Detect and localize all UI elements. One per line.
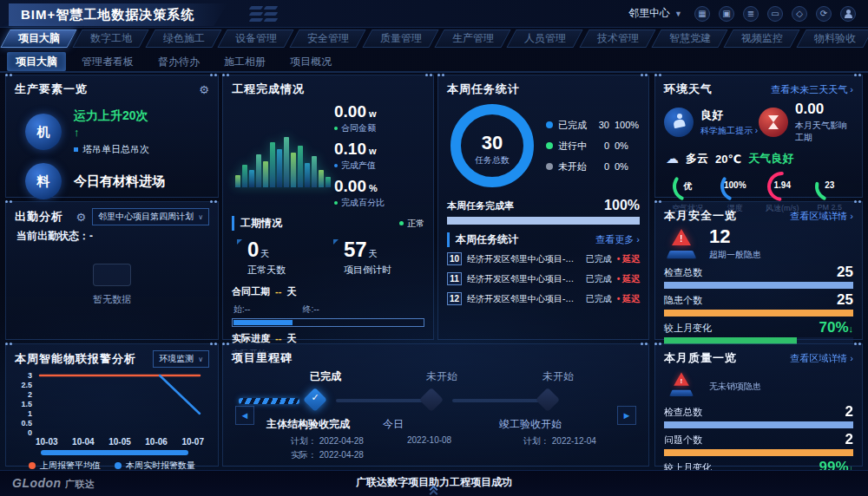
alarm-chart-svg	[36, 371, 204, 437]
attendance-plan-dropdown[interactable]: 邻里中心项目第四周计划 ∨	[92, 208, 209, 225]
hourglass-icon	[759, 108, 788, 137]
app-title: BIM+智慧工地数据决策系统	[9, 3, 227, 26]
apps-icon[interactable]: ▦	[694, 6, 710, 22]
task-row[interactable]: 11 经济开发区邻里中心项目-地下一层-施工... 已完成 • 延迟	[447, 272, 640, 285]
header-decoration	[250, 6, 277, 22]
milestone-item: 未开始 竣工验收开始 计划： 2022-12-04	[494, 369, 610, 461]
three-day-weather-link[interactable]: 查看未来三天天气 ›	[771, 83, 853, 96]
nav-tab-equipment[interactable]: 设备管理	[217, 29, 293, 48]
nav-tab-digital-site[interactable]: 数字工地	[73, 29, 149, 48]
panel-title: 工程完成情况	[232, 82, 305, 97]
document-icon[interactable]: ≣	[743, 6, 759, 22]
nav-tab-video-monitor[interactable]: 视频监控	[724, 29, 800, 48]
panel-monthly-quality: 本月质量一览 查看区域详情 › ! 无未销项隐患 检查总数2 问题个数2 较上月…	[654, 343, 863, 467]
nav-tab-personnel[interactable]: 人员管理	[507, 29, 583, 48]
delay-badge: • 延迟	[617, 293, 640, 305]
weather-impact-card: 0.00 本月天气影响工期	[759, 101, 853, 144]
x-axis-ticks: 10-0310-04 10-0510-06 10-07	[36, 437, 204, 447]
shirt-icon[interactable]: ◇	[792, 6, 807, 22]
panel-title: 环境天气	[664, 82, 713, 97]
panel-weather: 环境天气 查看未来三天天气 › 良好 科学施工提示 › 0.00 本月天气影响工…	[654, 75, 863, 198]
chart-scrollbar[interactable]	[41, 450, 188, 455]
subtab-todo[interactable]: 督办待办	[149, 52, 208, 71]
delay-badge: • 延迟	[617, 253, 640, 265]
warning-icon: !	[667, 373, 695, 398]
nav-tab-project-brain[interactable]: 项目大脑	[0, 29, 76, 48]
task-row[interactable]: 12 经济开发区邻里中心项目-第3层-施工段A 已完成 • 延迟	[447, 292, 640, 305]
panel-title: 本月安全一览	[664, 208, 737, 224]
overdue-hazard-count: 12	[709, 227, 761, 246]
delay-badge: • 延迟	[617, 273, 640, 285]
task-total-label: 任务总数	[447, 154, 537, 166]
panel-milestones: 项目里程碑 ◄ ► 已完成 主体结构验收完成 计划： 2022-04-28 实际…	[222, 343, 649, 467]
main-nav: 项目大脑 数字工地 绿色施工 设备管理 安全管理 质量管理 生产管理 人员管理 …	[0, 28, 868, 50]
nav-tab-technology[interactable]: 技术管理	[579, 29, 655, 48]
monitor-icon[interactable]: ▣	[719, 6, 734, 22]
material-status-text: 今日有材料进场	[74, 173, 165, 190]
schedule-section-title: 工期情况	[240, 216, 282, 231]
production-item-crane: 机 运力上升20次 ↑ 塔吊单日总吊次	[15, 101, 209, 163]
subtab-project-overview[interactable]: 项目概况	[281, 52, 340, 71]
cloud-icon: ☁	[666, 151, 679, 166]
gear-icon[interactable]: ⚙	[76, 211, 86, 224]
sub-nav: 项目大脑 管理者看板 督办待办 施工相册 项目概况	[0, 52, 868, 73]
arrow-up-icon: ↑	[74, 126, 149, 139]
gear-icon[interactable]: ⚙	[199, 83, 209, 96]
nav-tab-quality[interactable]: 质量管理	[362, 29, 438, 48]
panel-title: 本月质量一览	[664, 350, 737, 366]
quality-issues-row: 问题个数2	[664, 432, 853, 447]
panel-iot-alarm: 本周智能物联报警分析 环境监测 ∨ 32.5 21.5 10.5 0 10-03…	[5, 343, 219, 467]
project-selector[interactable]: 邻里中心 ▼	[628, 6, 682, 21]
arrow-down-icon: ↓	[849, 323, 854, 334]
chevron-down-icon: ∨	[198, 356, 203, 363]
empty-icon	[93, 264, 131, 286]
view-more-link[interactable]: 查看更多 ›	[595, 233, 640, 246]
panel-title: 本周智能物联报警分析	[15, 351, 136, 367]
subtab-project-brain[interactable]: 项目大脑	[7, 52, 66, 71]
chevron-up-icon[interactable]	[430, 486, 438, 495]
nav-tab-material-check[interactable]: 物料验收	[796, 29, 868, 48]
milestone-node-icon	[419, 388, 444, 412]
overdue-hazard-label: 超期一般隐患	[709, 249, 761, 261]
panel-project-completion: 工程完成情况 0.00w 合同金额 0.10w 完成产值 0.00%	[222, 75, 434, 340]
chevron-down-icon: ▼	[674, 10, 682, 18]
display-icon[interactable]: ▭	[767, 6, 783, 22]
task-list-title: 本周任务统计	[456, 232, 518, 247]
crane-metric-label: 塔吊单日总吊次	[74, 143, 149, 156]
task-row[interactable]: 10 经济开发区邻里中心项目-地下一层-施工... 已完成 • 延迟	[447, 252, 640, 265]
worker-icon	[664, 108, 694, 137]
completion-bar	[447, 217, 640, 225]
milestone-item: 已完成 主体结构验收完成 计划： 2022-04-28 实际： 2022-04-…	[261, 369, 378, 461]
normal-days: 0天 正常天数	[232, 238, 328, 277]
alarm-type-dropdown[interactable]: 环境监测 ∨	[153, 350, 209, 368]
warning-icon: !	[664, 229, 699, 260]
attendance-status: 当前出勤状态：-	[16, 229, 209, 244]
milestone-prev-button[interactable]: ◄	[235, 406, 254, 425]
contract-duration: 合同工期 -- 天	[232, 285, 424, 298]
contract-dates: 始:--终:--	[233, 303, 424, 316]
nav-tab-green-construction[interactable]: 绿色施工	[145, 29, 221, 48]
panel-title: 项目里程碑	[232, 350, 293, 366]
panel-title: 本周任务统计	[447, 82, 520, 97]
app-footer: GLodon广联达 广联达数字项目助力工程项目成功	[0, 470, 868, 496]
contract-progress-bar	[232, 318, 424, 327]
panel-production-factors: 生产要素一览 ⚙ 机 运力上升20次 ↑ 塔吊单日总吊次 料 今日有材料进场	[5, 75, 219, 198]
nav-tab-safety[interactable]: 安全管理	[290, 29, 366, 48]
area-detail-link[interactable]: 查看区域详情 ›	[790, 352, 853, 365]
subtab-photo-album[interactable]: 施工相册	[215, 52, 274, 71]
crane-trend-text: 运力上升20次	[74, 108, 148, 122]
donut-legend: 已完成30100% 进行中00% 未开始00%	[546, 119, 639, 173]
nav-tab-party-building[interactable]: 智慧党建	[651, 29, 727, 48]
machine-icon: 机	[25, 114, 62, 150]
refresh-icon[interactable]: ⟳	[816, 6, 832, 22]
science-tip-link[interactable]: 科学施工提示 ›	[700, 125, 758, 137]
alarm-line-chart: 32.5 21.5 10.5 0	[15, 371, 209, 437]
area-detail-link[interactable]: 查看区域详情 ›	[790, 210, 853, 223]
subtab-manager-board[interactable]: 管理者看板	[73, 52, 142, 71]
user-icon[interactable]	[840, 6, 856, 22]
milestone-node-icon	[536, 388, 560, 412]
countdown-days: 57天 项目倒计时	[328, 238, 424, 277]
milestone-next-button[interactable]: ►	[617, 406, 636, 425]
safety-hazards-row: 隐患个数25	[664, 292, 853, 307]
nav-tab-production[interactable]: 生产管理	[434, 29, 510, 48]
